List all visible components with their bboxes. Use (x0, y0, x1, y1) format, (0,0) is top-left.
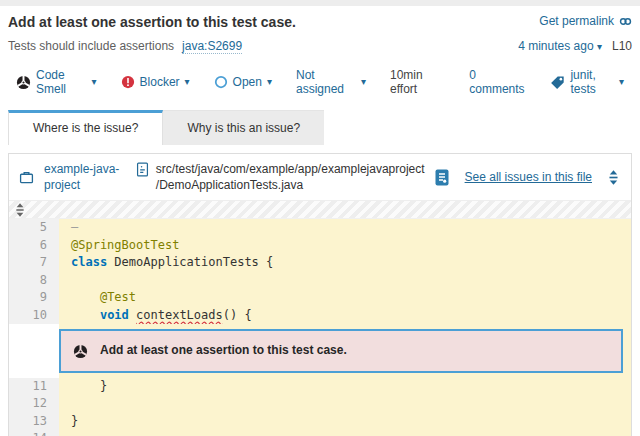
issue-header: Add at least one assertion to this test … (0, 6, 640, 100)
inline-issue-message-box[interactable]: Add at least one assertion to this test … (59, 329, 623, 373)
tags-label: junit, tests (570, 68, 614, 96)
inline-issue-message: Add at least one assertion to this test … (100, 342, 347, 360)
permalink-label: Get permalink (539, 14, 614, 28)
line-number[interactable]: 7 (9, 254, 59, 272)
code-line: 10 void contextLoads() { (9, 307, 631, 325)
rule-key-link[interactable]: java:S2699 (182, 39, 242, 54)
code-line: 9 @Test (9, 289, 631, 307)
code-text: @SpringBootTest (59, 237, 631, 255)
source-viewer: example-java-project src/test/java/com/e… (8, 153, 632, 436)
file-path-line-1: src/test/java/com/example/app/examplejav… (156, 162, 425, 176)
issue-row-cell: Add at least one assertion to this test … (59, 324, 631, 378)
assignee-dropdown[interactable]: Not assigned ▾ (296, 68, 366, 96)
comments-link[interactable]: 0 comments (469, 68, 526, 96)
code-text: } (59, 378, 631, 396)
tab-why-is-this-an-issue[interactable]: Why is this an issue? (163, 110, 324, 145)
chevron-down-icon: ▾ (619, 77, 624, 87)
issue-meta-bar: Code Smell ▾ Blocker ▾ Open ▾ (8, 53, 632, 100)
issue-tabs: Where is the issue? Why is this an issue… (0, 100, 640, 145)
assignee-label: Not assigned (296, 68, 356, 96)
code-line: 13} (9, 413, 631, 431)
code-line: 8 (9, 272, 631, 290)
file-path: src/test/java/com/example/app/examplejav… (156, 161, 425, 193)
file-icon (136, 162, 149, 177)
line-number[interactable]: 10 (9, 307, 59, 325)
effort-label: 10min effort (390, 68, 445, 96)
line-number[interactable]: 14 (9, 430, 59, 436)
line-number[interactable]: 5 (9, 219, 59, 237)
line-number[interactable]: 12 (9, 395, 59, 413)
line-number[interactable]: 13 (9, 413, 59, 431)
code-line: 12 (9, 395, 631, 413)
blocker-icon (121, 75, 135, 89)
status-label: Open (233, 75, 262, 89)
status-dropdown[interactable]: Open ▾ (214, 75, 272, 89)
chevron-down-icon: ▾ (361, 77, 366, 87)
chevron-down-icon: ▾ (185, 77, 190, 87)
see-all-issues-link[interactable]: See all issues in this file (465, 170, 592, 184)
code-text (59, 430, 631, 436)
tab-where-is-the-issue[interactable]: Where is the issue? (8, 110, 163, 145)
code-smell-icon (16, 75, 31, 90)
line-number[interactable]: 11 (9, 378, 59, 396)
inline-issue-row: Add at least one assertion to this test … (9, 324, 631, 378)
changelog-label: 4 minutes ago (518, 39, 593, 53)
expand-lines-above-row (9, 201, 631, 219)
line-number[interactable]: 9 (9, 289, 59, 307)
code-smell-icon (73, 344, 88, 359)
code-line: 7class DemoApplicationTests { (9, 254, 631, 272)
pinned-file-badge-icon[interactable] (435, 169, 449, 186)
project-icon (19, 170, 34, 185)
line-number[interactable]: 6 (9, 237, 59, 255)
issue-title: Add at least one assertion to this test … (8, 14, 296, 30)
code-text (59, 395, 631, 413)
code-line: 11 } (9, 378, 631, 396)
file-path-line-2: /DemoApplicationTests.java (156, 178, 303, 192)
rule-text: Tests should include assertions (8, 39, 174, 53)
code-text: void contextLoads() { (59, 307, 631, 325)
code-table: 5–6@SpringBootTest7class DemoApplication… (9, 219, 631, 436)
rule-description: Tests should include assertionsjava:S269… (8, 39, 242, 53)
code-text: } (59, 413, 631, 431)
code-text: class DemoApplicationTests { (59, 254, 631, 272)
chevron-down-icon: ▾ (267, 77, 272, 87)
expand-file-icon[interactable] (608, 170, 619, 185)
tags-dropdown[interactable]: junit, tests ▾ (550, 68, 624, 96)
chevron-down-icon: ▾ (597, 41, 602, 52)
severity-dropdown[interactable]: Blocker ▾ (121, 75, 190, 89)
type-label: Code Smell (36, 68, 87, 96)
issue-row-gutter (9, 324, 59, 378)
expand-lines-icon[interactable] (15, 203, 25, 217)
line-reference: L10 (612, 39, 632, 53)
tag-icon (550, 75, 565, 90)
severity-label: Blocker (140, 75, 180, 89)
chevron-down-icon: ▾ (92, 77, 97, 87)
get-permalink-link[interactable]: Get permalink (539, 14, 632, 28)
chain-link-icon (619, 15, 632, 28)
code-text (59, 272, 631, 290)
code-text: @Test (59, 289, 631, 307)
open-status-icon (214, 75, 228, 89)
type-dropdown[interactable]: Code Smell ▾ (16, 68, 97, 96)
code-line: 14 (9, 430, 631, 436)
code-text: – (59, 219, 631, 237)
code-line: 6@SpringBootTest (9, 237, 631, 255)
line-number[interactable]: 8 (9, 272, 59, 290)
code-line: 5– (9, 219, 631, 237)
file-header: example-java-project src/test/java/com/e… (9, 154, 631, 201)
changelog-dropdown[interactable]: 4 minutes ago ▾ (518, 39, 602, 53)
project-link[interactable]: example-java-project (44, 161, 126, 193)
